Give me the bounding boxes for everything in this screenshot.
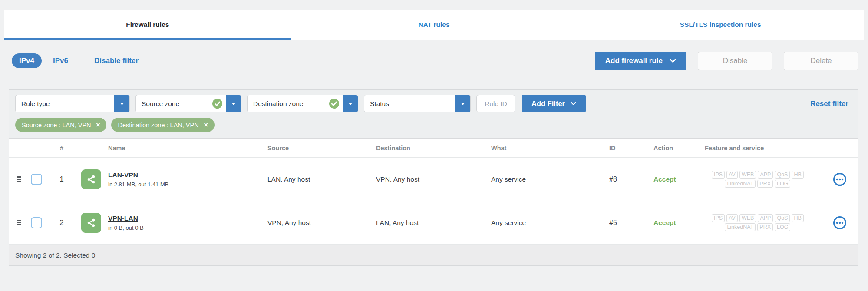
firewall-rules-table: # Name Source Destination What ID Action… (9, 138, 858, 265)
toolbar: IPv4 IPv6 Disable filter Add firewall ru… (12, 51, 858, 70)
badge-hb: HB (792, 214, 803, 222)
rule-traffic: in 0 B, out 0 B (108, 225, 267, 231)
tab-ssl-tls-inspection-rules[interactable]: SSL/TLS inspection rules (577, 10, 864, 40)
row-checkbox[interactable] (31, 174, 42, 185)
chip-label: Destination zone : LAN, VPN (118, 122, 198, 129)
dropdown-label: Source zone (136, 100, 212, 108)
chevron-down-icon[interactable] (114, 95, 129, 112)
chevron-down-icon (670, 59, 676, 63)
table-footer: Showing 2 of 2. Selected 0 (9, 245, 858, 265)
rule-name-link[interactable]: LAN-VPN (108, 171, 138, 179)
filter-chip-destination-zone: Destination zone : LAN, VPN ✕ (111, 118, 214, 132)
badge-prx: PRX (757, 223, 773, 231)
header-action: Action (645, 145, 696, 152)
row-more-menu-icon[interactable] (833, 172, 847, 186)
cell-what: Any service (491, 219, 602, 227)
dropdown-label: Destination zone (248, 100, 329, 108)
row-more-menu-icon[interactable] (833, 216, 847, 230)
add-filter-button[interactable]: Add Filter (522, 95, 586, 112)
tab-label: NAT rules (418, 21, 449, 29)
add-firewall-rule-label: Add firewall rule (605, 56, 663, 65)
dropdown-label: Status (364, 100, 455, 108)
disable-filter-link[interactable]: Disable filter (94, 56, 139, 65)
filter-chip-source-zone: Source zone : LAN, VPN ✕ (15, 118, 106, 132)
rules-tabbar: Firewall rules NAT rules SSL/TLS inspect… (4, 10, 864, 40)
badge-hb: HB (792, 171, 803, 179)
badge-linkednat: LinkedNAT (725, 180, 756, 188)
cell-source: LAN, Any host (267, 175, 376, 183)
badge-ips: IPS (712, 171, 725, 179)
disable-button[interactable]: Disable (698, 52, 772, 70)
badge-ips: IPS (712, 214, 725, 222)
cell-action: Accept (645, 175, 696, 183)
badge-app: APP (758, 214, 773, 222)
remove-chip-icon[interactable]: ✕ (204, 122, 208, 128)
ipv4-toggle[interactable]: IPv4 (12, 53, 42, 68)
badge-web: WEB (739, 171, 756, 179)
row-number: 2 (49, 218, 74, 227)
cell-destination: VPN, Any host (376, 175, 491, 183)
status-dropdown[interactable]: Status (364, 95, 471, 112)
badge-web: WEB (739, 214, 756, 222)
check-circle-icon (329, 99, 339, 109)
badge-qos: QoS (775, 171, 790, 179)
tab-nat-rules[interactable]: NAT rules (291, 10, 578, 40)
rule-name-link[interactable]: VPN-LAN (108, 215, 138, 222)
check-circle-icon (212, 99, 222, 109)
header-source: Source (267, 145, 376, 152)
header-id: ID (602, 145, 645, 152)
badge-av: AV (726, 171, 738, 179)
showing-summary: Showing 2 of 2. Selected 0 (15, 251, 95, 259)
cell-source: VPN, Any host (267, 219, 376, 227)
add-filter-label: Add Filter (531, 99, 565, 108)
tab-firewall-rules[interactable]: Firewall rules (4, 10, 291, 40)
table-row: 1 LAN-VPN in 2.81 MB, out 1.41 MB LAN, A… (9, 158, 858, 201)
remove-chip-icon[interactable]: ✕ (96, 122, 101, 128)
header-what: What (491, 145, 602, 152)
rule-id-input[interactable] (476, 95, 515, 112)
header-destination: Destination (376, 145, 491, 152)
badge-app: APP (758, 171, 773, 179)
cell-destination: LAN, Any host (376, 219, 491, 227)
rule-type-dropdown[interactable]: Rule type (15, 95, 130, 112)
drag-handle-icon[interactable] (15, 218, 23, 227)
row-checkbox[interactable] (31, 217, 42, 228)
header-name: Name (108, 145, 267, 152)
tab-label: SSL/TLS inspection rules (680, 21, 761, 29)
feature-badges: IPS AV WEB APP QoS HB LinkedNAT PRX LOG (712, 214, 804, 231)
table-row: 2 VPN-LAN in 0 B, out 0 B VPN, Any host … (9, 201, 858, 245)
rule-traffic: in 2.81 MB, out 1.41 MB (108, 181, 267, 188)
ipv6-toggle[interactable]: IPv6 (53, 56, 68, 65)
cell-what: Any service (491, 175, 602, 183)
destination-zone-dropdown[interactable]: Destination zone (247, 95, 358, 112)
chip-label: Source zone : LAN, VPN (22, 122, 91, 129)
badge-prx: PRX (757, 180, 773, 188)
add-firewall-rule-button[interactable]: Add firewall rule (595, 52, 686, 70)
row-number: 1 (49, 175, 74, 184)
badge-av: AV (726, 214, 738, 222)
rule-type-share-icon (81, 169, 101, 189)
source-zone-dropdown[interactable]: Source zone (135, 95, 241, 112)
badge-log: LOG (775, 223, 790, 231)
firewall-rules-panel: Rule type Source zone Destination zone S… (9, 89, 858, 266)
tab-label: Firewall rules (126, 21, 169, 29)
reset-filter-link[interactable]: Reset filter (810, 99, 848, 108)
chevron-down-icon[interactable] (343, 95, 358, 112)
chevron-down-icon[interactable] (226, 95, 241, 112)
delete-button[interactable]: Delete (784, 52, 858, 70)
filter-row: Rule type Source zone Destination zone S… (9, 90, 858, 117)
table-header-row: # Name Source Destination What ID Action… (9, 139, 858, 158)
cell-rule-id: #5 (602, 219, 645, 227)
chevron-down-icon (571, 102, 576, 106)
feature-badges: IPS AV WEB APP QoS HB LinkedNAT PRX LOG (712, 171, 804, 188)
active-filter-chips: Source zone : LAN, VPN ✕ Destination zon… (9, 117, 858, 138)
header-feature-and-service: Feature and service (696, 145, 858, 152)
chevron-down-icon[interactable] (455, 95, 470, 112)
badge-qos: QoS (775, 214, 790, 222)
dropdown-label: Rule type (16, 100, 114, 108)
cell-rule-id: #8 (602, 175, 645, 183)
drag-handle-icon[interactable] (15, 175, 23, 184)
cell-action: Accept (645, 219, 696, 227)
badge-linkednat: LinkedNAT (725, 223, 756, 231)
badge-log: LOG (775, 180, 790, 188)
